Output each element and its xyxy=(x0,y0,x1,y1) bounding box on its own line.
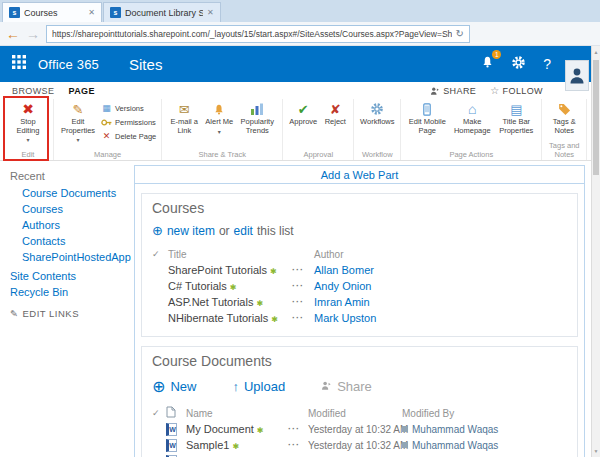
forward-button[interactable]: → xyxy=(26,26,40,42)
refresh-icon[interactable]: ↻ xyxy=(456,28,464,39)
scroll-up-arrow-icon[interactable]: ▲ xyxy=(592,49,600,55)
column-title[interactable]: Title xyxy=(168,249,292,260)
permissions-button[interactable]: Permissions xyxy=(101,116,156,128)
select-all-check-icon[interactable]: ✓ xyxy=(152,249,168,259)
recent-heading: Recent xyxy=(10,170,132,182)
presence-icon xyxy=(402,426,408,432)
author-link[interactable]: Mark Upston xyxy=(314,312,567,324)
popularity-trends-button[interactable]: Popularity Trends xyxy=(237,101,277,135)
delete-page-button[interactable]: ✕ Delete Page xyxy=(101,130,156,142)
course-title[interactable]: ASP.Net Tutorials xyxy=(168,296,253,308)
table-row[interactable]: ASP.Net Tutorials✱ ··· Imran Amin xyxy=(152,294,567,310)
ellipsis-menu-icon[interactable]: ··· xyxy=(292,265,314,275)
follow-label: FOLLOW xyxy=(503,86,543,96)
help-icon[interactable]: ? xyxy=(543,56,551,72)
notification-count-badge: 1 xyxy=(492,50,501,59)
ellipsis-menu-icon[interactable]: ··· xyxy=(288,440,308,450)
course-title[interactable]: SharePoint Tutorials xyxy=(168,264,267,276)
ellipsis-menu-icon[interactable]: ··· xyxy=(292,281,314,291)
document-name[interactable]: Sample1 xyxy=(186,439,229,451)
author-link[interactable]: Allan Bomer xyxy=(314,264,567,276)
ellipsis-menu-icon[interactable]: ··· xyxy=(292,313,314,323)
workflows-button[interactable]: Workflows xyxy=(359,101,395,127)
url-input[interactable]: https://sharepointtutorials.sharepoint.c… xyxy=(46,25,470,43)
make-homepage-button[interactable]: ⌂ Make Homepage xyxy=(452,101,492,135)
scroll-down-arrow-icon[interactable]: ▼ xyxy=(592,448,600,454)
course-documents-title: Course Documents xyxy=(152,353,567,369)
sidebar-item-recycle-bin[interactable]: Recycle Bin xyxy=(10,287,132,298)
group-label-page-actions: Page Actions xyxy=(401,150,541,159)
share-document-button[interactable]: Share xyxy=(321,379,372,394)
sidebar-item-courses[interactable]: Courses xyxy=(22,204,132,215)
settings-gear-icon[interactable] xyxy=(511,55,526,74)
follow-button[interactable]: ☆ FOLLOW xyxy=(490,85,543,96)
table-row[interactable]: SharePoint Tutorials✱ ··· Allan Bomer xyxy=(152,262,567,278)
versions-button[interactable]: ▦ Versions xyxy=(101,102,156,114)
document-name[interactable]: My Document xyxy=(186,423,254,435)
tab-page[interactable]: PAGE xyxy=(68,86,94,96)
author-link[interactable]: Andy Onion xyxy=(314,280,567,292)
course-title[interactable]: C# Tutorials xyxy=(168,280,227,292)
share-button[interactable]: SHARE xyxy=(430,86,476,96)
ribbon-group-approval: ✔ Approve ✘ Reject Approval xyxy=(283,99,354,160)
vertical-scrollbar[interactable]: ▲ ▼ xyxy=(591,46,600,457)
house-icon: ⌂ xyxy=(468,101,476,117)
notifications-bell-icon[interactable]: 1 xyxy=(481,55,494,73)
tab-close-icon[interactable]: ✕ xyxy=(207,8,214,17)
column-modified[interactable]: Modified xyxy=(308,408,402,419)
edit-links-button[interactable]: ✎ EDIT LINKS xyxy=(10,308,132,319)
app-launcher-icon[interactable] xyxy=(12,55,26,73)
sidebar-item-site-contents[interactable]: Site Contents xyxy=(10,271,132,282)
page-content: Recent Course Documents Courses Authors … xyxy=(0,161,591,457)
tags-notes-button[interactable]: Tags & Notes xyxy=(547,101,581,135)
table-row[interactable]: Sample2✱ ··· Yesterday at 10:32 AM Muham… xyxy=(152,453,567,457)
tab-title: Document Library Settin... xyxy=(125,8,203,18)
sidebar-item-contacts[interactable]: Contacts xyxy=(22,236,132,247)
table-row[interactable]: C# Tutorials✱ ··· Andy Onion xyxy=(152,278,567,294)
modified-by-link[interactable]: Muhammad Waqas xyxy=(412,424,498,435)
reject-button[interactable]: ✘ Reject xyxy=(322,101,348,127)
chevron-down-icon: ▾ xyxy=(26,136,29,143)
edit-properties-button[interactable]: ✎ Edit Properties ▾ xyxy=(59,101,97,143)
user-avatar[interactable] xyxy=(565,60,589,91)
browser-tab-document-library-settings[interactable]: s Document Library Settin... ✕ xyxy=(103,2,221,22)
browser-tab-courses[interactable]: s Courses ✕ xyxy=(2,2,102,22)
sidebar-item-course-documents[interactable]: Course Documents xyxy=(22,188,132,199)
tab-browse[interactable]: BROWSE xyxy=(12,86,54,96)
edit-list-link[interactable]: edit xyxy=(234,224,253,238)
office-365-brand[interactable]: Office 365 xyxy=(38,57,99,72)
modified-by-link[interactable]: Muhammad Waqas xyxy=(412,440,498,451)
alert-me-button[interactable]: Alert Me ▾ xyxy=(205,101,233,135)
documents-table-header: ✓ Name Modified Modified By xyxy=(152,405,567,421)
title-bar-properties-button[interactable]: ▤ Title Bar Properties xyxy=(496,101,536,135)
sidebar-item-authors[interactable]: Authors xyxy=(22,220,132,231)
table-row[interactable]: My Document✱ ··· Yesterday at 10:32 AM M… xyxy=(152,421,567,437)
column-author[interactable]: Author xyxy=(314,249,567,260)
tab-close-icon[interactable]: ✕ xyxy=(88,8,95,17)
course-title[interactable]: NHibernate Tutorials xyxy=(168,312,268,324)
add-web-part-link[interactable]: Add a Web Part xyxy=(321,169,398,181)
add-web-part-strip: Add a Web Part xyxy=(135,166,584,184)
share-label: Share xyxy=(337,379,372,394)
approve-button[interactable]: ✔ Approve xyxy=(288,101,318,127)
stop-editing-button[interactable]: ✖ Stop Editing ▾ xyxy=(8,101,48,143)
table-row[interactable]: Sample1✱ ··· Yesterday at 10:32 AM Muham… xyxy=(152,437,567,453)
edit-mobile-page-button[interactable]: Edit Mobile Page xyxy=(406,101,448,135)
new-item-link[interactable]: new item xyxy=(167,224,215,238)
alert-me-label: Alert Me xyxy=(205,118,233,127)
chart-icon xyxy=(250,101,264,117)
sidebar-item-sharepointhostedapp[interactable]: SharePointHostedApp xyxy=(22,252,132,263)
ellipsis-menu-icon[interactable]: ··· xyxy=(292,297,314,307)
back-button[interactable]: ← xyxy=(6,26,20,42)
author-link[interactable]: Imran Amin xyxy=(314,296,567,308)
column-modified-by[interactable]: Modified By xyxy=(402,408,567,419)
delete-page-label: Delete Page xyxy=(115,132,156,141)
scrollbar-thumb[interactable] xyxy=(593,60,599,175)
new-document-button[interactable]: ⊕ New xyxy=(152,377,196,396)
ellipsis-menu-icon[interactable]: ··· xyxy=(288,424,308,434)
upload-button[interactable]: ↑ Upload xyxy=(232,379,285,394)
select-all-check-icon[interactable]: ✓ xyxy=(152,408,166,418)
column-name[interactable]: Name xyxy=(186,408,288,419)
table-row[interactable]: NHibernate Tutorials✱ ··· Mark Upston xyxy=(152,310,567,326)
email-link-button[interactable]: ✉ E-mail a Link xyxy=(167,101,201,135)
